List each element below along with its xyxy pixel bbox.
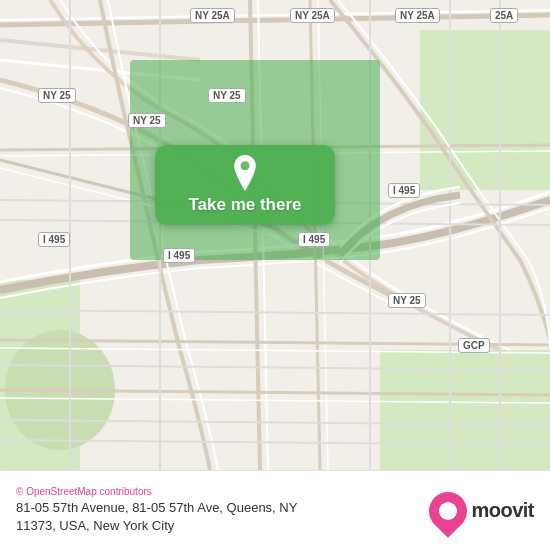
copyright-text: © OpenStreetMap contributors	[16, 486, 297, 497]
svg-point-30	[241, 161, 250, 170]
map-container: Take me there NY 25A NY 25A NY 25A 25A N…	[0, 0, 550, 470]
moovit-icon	[422, 484, 476, 538]
location-pin	[227, 155, 263, 191]
callout-label: Take me there	[188, 195, 301, 215]
address-section: © OpenStreetMap contributors 81-05 57th …	[16, 486, 297, 535]
moovit-brand-text: moovit	[471, 499, 534, 522]
info-bar: © OpenStreetMap contributors 81-05 57th …	[0, 470, 550, 550]
svg-rect-1	[420, 30, 550, 190]
moovit-icon-inner	[439, 502, 457, 520]
map-callout[interactable]: Take me there	[155, 145, 335, 225]
address-text: 81-05 57th Avenue, 81-05 57th Ave, Queen…	[16, 499, 297, 535]
moovit-logo: moovit	[429, 492, 534, 530]
